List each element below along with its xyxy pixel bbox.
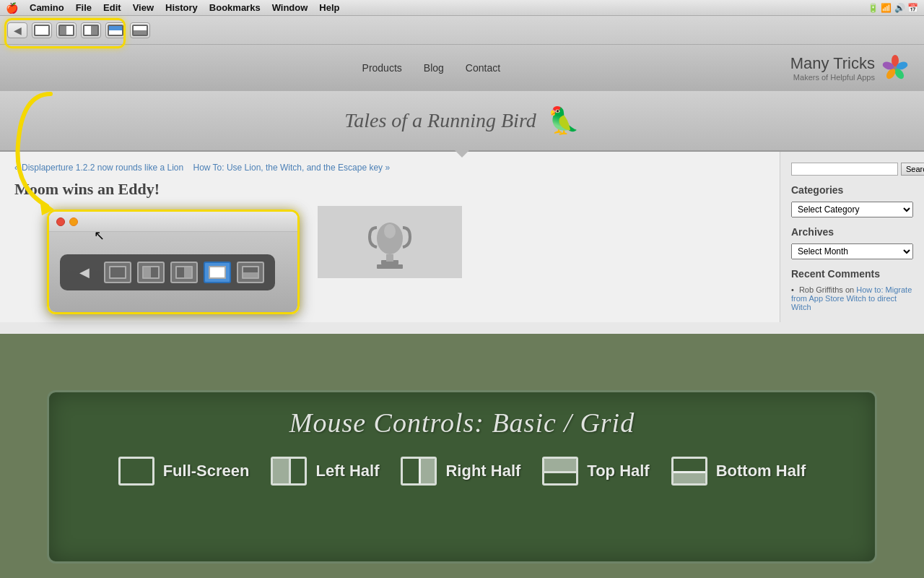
archives-widget: Archives Select Month — [791, 226, 913, 268]
search-widget: Search — [791, 163, 913, 176]
toolbar-top[interactable] — [105, 22, 126, 38]
brand-logo — [881, 53, 910, 82]
full-screen-icon — [118, 457, 154, 486]
nav-products[interactable]: Products — [362, 62, 402, 74]
post-navigation: « Displaperture 1.2.2 now rounds like a … — [14, 163, 765, 173]
recent-comments-label: Recent Comments — [791, 268, 913, 280]
top-half-icon — [542, 457, 578, 486]
post-title: Moom wins an Eddy! — [14, 180, 765, 199]
bottom-half-icon — [671, 457, 707, 486]
svg-rect-9 — [386, 254, 393, 262]
menu-camino[interactable]: Camino — [30, 2, 64, 13]
control-top-half: Top Half — [542, 457, 649, 486]
back-button[interactable]: ◀ — [7, 22, 27, 38]
trophy-icon — [368, 210, 411, 275]
moom-full-btn[interactable] — [104, 262, 131, 283]
left-half-icon — [58, 25, 74, 36]
post-image — [318, 206, 462, 278]
menu-history[interactable]: History — [165, 2, 198, 13]
control-full-screen: Full-Screen — [118, 457, 250, 486]
menubar: 🍎 Camino File Edit View History Bookmark… — [0, 0, 924, 16]
nav-blog[interactable]: Blog — [424, 62, 444, 74]
svg-rect-7 — [377, 264, 403, 269]
left-half-label: Left Half — [315, 462, 379, 480]
moom-back-btn[interactable]: ◀ — [71, 262, 98, 283]
search-button[interactable]: Search — [901, 163, 924, 176]
top-half-label: Top Half — [587, 462, 649, 480]
moom-popup-titlebar — [49, 212, 297, 232]
moom-right-btn[interactable] — [170, 262, 198, 283]
site-header: Products Blog Contact Many Tricks Makers… — [0, 45, 924, 91]
moom-popup: ◀ — [47, 210, 300, 314]
menu-edit[interactable]: Edit — [103, 2, 121, 13]
archives-label: Archives — [791, 226, 913, 238]
categories-widget: Categories Select Category — [791, 184, 913, 226]
banner-title: Tales of a Running Bird — [344, 109, 536, 132]
control-bottom-half: Bottom Half — [671, 457, 806, 486]
menu-file[interactable]: File — [76, 2, 92, 13]
moom-top-btn[interactable] — [204, 262, 231, 283]
moom-left-icon — [142, 266, 160, 279]
svg-point-10 — [384, 224, 396, 238]
left-half-icon — [271, 457, 307, 486]
moom-left-btn[interactable] — [137, 262, 165, 283]
toolbar-left[interactable] — [56, 22, 77, 38]
bird-illustration: 🦜 — [547, 105, 580, 136]
prev-post-link[interactable]: « Displaperture 1.2.2 now rounds like a … — [14, 163, 183, 173]
toolbar-right[interactable] — [81, 22, 101, 38]
menu-view[interactable]: View — [133, 2, 154, 13]
menubar-icons: 🔋 📶 🔊 📅 — [868, 3, 918, 13]
moom-bottom-btn[interactable] — [237, 262, 264, 283]
bottom-half-icon — [132, 25, 148, 36]
toolbar-full[interactable] — [32, 22, 52, 38]
moom-popup-content: ◀ — [49, 232, 297, 312]
full-icon — [34, 25, 50, 36]
control-left-half: Left Half — [271, 457, 379, 486]
right-half-icon — [401, 457, 437, 486]
top-half-icon — [108, 25, 123, 36]
toolbar-bottom[interactable] — [130, 22, 150, 38]
brand-tagline: Makers of Helpful Apps — [790, 73, 875, 82]
recent-comments-widget: Recent Comments • Rob Griffiths on How t… — [791, 268, 913, 311]
categories-select[interactable]: Select Category — [791, 202, 913, 217]
site-nav: Products Blog Contact — [362, 62, 501, 74]
site-logo: Many Tricks Makers of Helpful Apps — [790, 53, 910, 82]
brand-name: Many Tricks — [790, 54, 875, 73]
search-input[interactable] — [791, 163, 898, 176]
menubar-right: 🔋 📶 🔊 📅 — [868, 3, 918, 13]
apple-menu[interactable]: 🍎 — [6, 2, 18, 14]
chalkboard-panel: Mouse Controls: Basic / Grid Full-Screen… — [47, 390, 877, 564]
nav-contact[interactable]: Contact — [466, 62, 500, 74]
comment-bullet: • — [791, 285, 794, 294]
menu-window[interactable]: Window — [272, 2, 308, 13]
categories-label: Categories — [791, 184, 913, 196]
chalkboard-controls: Full-Screen Left Half Right Half Top Hal… — [118, 457, 806, 486]
site-sidebar: Search Categories Select Category Archiv… — [780, 152, 924, 322]
chalkboard-title: Mouse Controls: Basic / Grid — [289, 407, 635, 439]
zoom-button[interactable] — [69, 217, 78, 226]
moom-top-icon — [209, 266, 226, 279]
bottom-half-label: Bottom Half — [716, 462, 806, 480]
full-screen-label: Full-Screen — [163, 462, 250, 480]
menu-help[interactable]: Help — [319, 2, 339, 13]
moom-bottom-icon — [242, 266, 259, 279]
right-half-label: Right Half — [445, 462, 520, 480]
close-button[interactable] — [56, 217, 65, 226]
toolbar: ◀ — [0, 16, 924, 45]
site-banner: Tales of a Running Bird 🦜 — [0, 91, 924, 152]
control-right-half: Right Half — [401, 457, 520, 486]
archives-select[interactable]: Select Month — [791, 243, 913, 259]
banner-triangle — [455, 150, 469, 158]
right-half-icon — [83, 25, 99, 36]
moom-buttons-bar: ◀ — [60, 254, 275, 290]
moom-right-icon — [175, 266, 193, 279]
next-post-link[interactable]: How To: Use Lion, the Witch, and the Esc… — [193, 163, 390, 173]
moom-full-icon — [109, 266, 126, 279]
comment-author: Rob Griffiths on — [799, 285, 854, 294]
menu-bookmarks[interactable]: Bookmarks — [209, 2, 261, 13]
